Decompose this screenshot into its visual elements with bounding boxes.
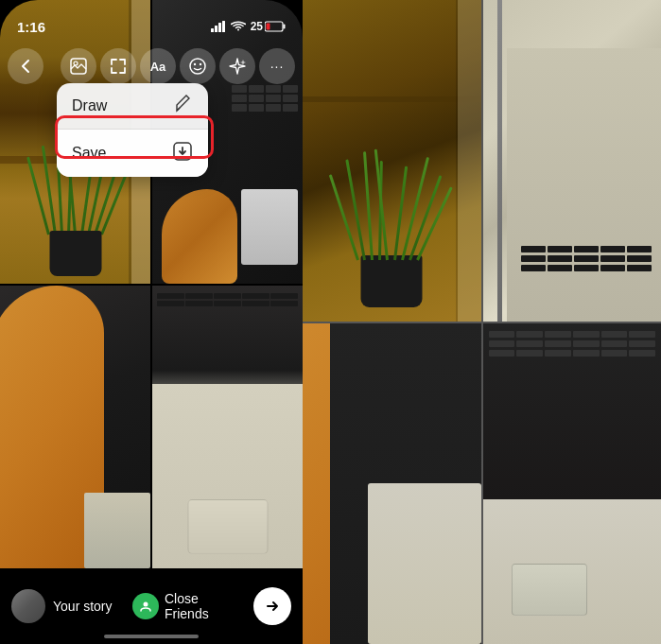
text-button[interactable]: Aa <box>140 48 176 84</box>
more-button[interactable]: ··· <box>259 48 295 84</box>
draw-menu-item[interactable]: Draw <box>57 83 208 130</box>
phone-panel: 1:16 25 <box>0 0 303 644</box>
battery-icon <box>265 21 286 32</box>
svg-rect-5 <box>284 25 286 29</box>
save-label: Save <box>72 145 106 162</box>
your-story-button[interactable]: Your story <box>11 589 123 623</box>
right-top-right <box>483 0 662 322</box>
svg-rect-2 <box>218 23 221 32</box>
svg-point-8 <box>74 61 78 65</box>
save-menu-item[interactable]: Save <box>57 130 208 177</box>
status-icons: 25 <box>211 20 286 33</box>
avatar <box>11 589 45 623</box>
expand-button[interactable] <box>100 48 136 84</box>
save-icon <box>172 141 193 165</box>
draw-icon <box>174 95 193 117</box>
text-icon-label: Aa <box>150 60 166 74</box>
close-friends-icon <box>132 593 159 619</box>
bottom-left-photo <box>0 286 150 569</box>
status-bar: 1:16 25 <box>0 0 303 42</box>
signal-icon <box>211 21 226 32</box>
right-bottom-right <box>483 323 662 645</box>
close-friends-label: Close Friends <box>165 591 244 621</box>
bottom-bar: Your story Close Friends <box>0 568 303 644</box>
right-top-left <box>303 0 481 322</box>
svg-rect-1 <box>215 26 217 32</box>
dropdown-menu: Draw Save <box>57 83 208 177</box>
battery-level: 25 <box>251 20 263 33</box>
svg-point-13 <box>144 602 148 607</box>
right-panel <box>303 0 661 644</box>
sparkle-button[interactable] <box>219 48 255 84</box>
right-bottom-left <box>303 323 481 645</box>
bottom-right-photo <box>152 286 303 569</box>
svg-point-9 <box>190 59 205 74</box>
svg-rect-0 <box>211 28 214 32</box>
home-indicator <box>104 635 199 638</box>
next-button[interactable] <box>253 587 291 625</box>
status-time: 1:16 <box>17 19 45 35</box>
draw-label: Draw <box>72 97 107 114</box>
wifi-icon <box>231 21 246 32</box>
battery-container: 25 <box>251 20 286 33</box>
back-button[interactable] <box>8 48 43 84</box>
svg-rect-6 <box>267 24 270 30</box>
more-icon-dots: ··· <box>270 59 285 74</box>
gallery-button[interactable] <box>61 48 96 84</box>
sticker-button[interactable] <box>180 48 216 84</box>
svg-point-11 <box>200 63 201 65</box>
svg-rect-3 <box>222 21 225 32</box>
close-friends-button[interactable]: Close Friends <box>132 591 244 621</box>
trackpad <box>512 564 587 616</box>
svg-point-10 <box>194 63 196 65</box>
your-story-label: Your story <box>53 599 113 614</box>
